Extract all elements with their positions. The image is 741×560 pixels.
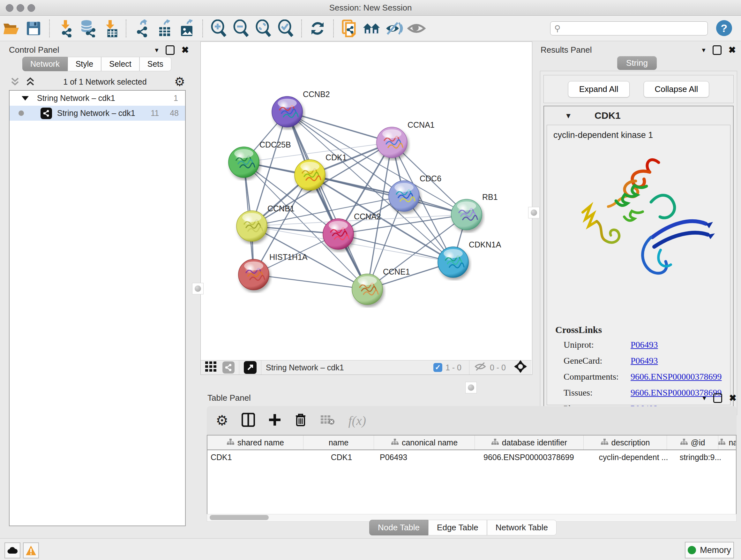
table-cell[interactable]: cyclin-dependent ... <box>592 450 675 464</box>
crosslink-link[interactable]: P06493 <box>630 340 658 350</box>
tab-network[interactable]: Network <box>22 57 68 71</box>
close-panel-icon[interactable]: ✖ <box>729 393 737 403</box>
bottom-splitter-handle[interactable] <box>465 382 477 393</box>
cloud-status-button[interactable] <box>4 543 20 558</box>
export-table-icon[interactable] <box>155 19 174 38</box>
network-node-ccna1[interactable]: CCNA1 <box>377 120 434 158</box>
options-gear-icon[interactable]: ⚙ <box>174 76 185 88</box>
float-panel-icon[interactable] <box>713 45 722 55</box>
panel-menu-icon[interactable]: ▾ <box>155 46 158 54</box>
show-columns-icon[interactable] <box>242 413 255 428</box>
import-network-from-database-icon[interactable] <box>78 19 97 38</box>
network-node-cdc25b[interactable]: CDC25B <box>228 140 291 178</box>
network-edge[interactable] <box>287 112 367 289</box>
table-cell[interactable]: 9606.ENSP00000378699 <box>480 450 592 464</box>
tab-edge-table[interactable]: Edge Table <box>428 520 487 536</box>
string-import-icon[interactable] <box>340 19 359 38</box>
refresh-layout-icon[interactable] <box>308 19 327 38</box>
column-header-name[interactable]: name <box>304 435 374 449</box>
export-network-icon[interactable] <box>133 19 151 38</box>
float-panel-icon[interactable] <box>165 45 175 55</box>
memory-button[interactable]: Memory <box>685 542 734 558</box>
collapse-all-icon[interactable] <box>10 77 20 86</box>
column-header-description[interactable]: description <box>584 435 667 449</box>
column-header-namespace[interactable]: namespace <box>718 435 737 449</box>
close-panel-icon[interactable]: ✖ <box>729 45 736 55</box>
search-input[interactable]: ⚲ <box>550 21 708 36</box>
network-node-cdkn1a[interactable]: CDKN1A <box>438 240 501 277</box>
network-edge[interactable] <box>310 175 467 214</box>
table-cell[interactable]: P06493 <box>377 450 480 464</box>
table-cell[interactable]: CDK1 <box>207 450 307 464</box>
column-header-shared-name[interactable]: shared name <box>207 435 304 449</box>
zoom-selected-icon[interactable] <box>276 19 295 38</box>
network-row[interactable]: String Network – cdk1 11 48 <box>10 106 185 121</box>
network-node-ccne1[interactable]: CCNE1 <box>352 267 410 305</box>
crosslink-row: GeneCard:P06493 <box>555 356 722 366</box>
network-edge[interactable] <box>287 112 392 142</box>
hide-selected-icon[interactable] <box>385 19 403 38</box>
tab-sets[interactable]: Sets <box>139 57 172 71</box>
birdseye-icon[interactable] <box>514 360 527 375</box>
help-button[interactable]: ? <box>716 20 732 36</box>
collection-expand-icon[interactable] <box>22 96 29 101</box>
column-tree-icon <box>391 438 399 447</box>
column-label: canonical name <box>402 438 458 447</box>
network-node-rb1[interactable]: RB1 <box>451 192 498 230</box>
node-label: CCNA2 <box>354 212 381 221</box>
save-session-icon[interactable] <box>24 19 43 38</box>
network-node-ccnb1[interactable]: CCNB1 <box>237 204 294 241</box>
tab-node-table[interactable]: Node Table <box>369 520 428 536</box>
crosslink-link[interactable]: P06493 <box>630 356 658 366</box>
float-panel-icon[interactable] <box>713 393 722 403</box>
home-pages-icon[interactable] <box>362 19 381 38</box>
grid-view-icon[interactable] <box>205 361 217 374</box>
add-column-icon[interactable] <box>268 414 281 428</box>
network-edge[interactable] <box>254 274 367 289</box>
network-collection-row[interactable]: String Network – cdk1 1 <box>10 91 185 106</box>
show-all-icon[interactable] <box>407 19 426 38</box>
collapse-all-button[interactable]: Collapse All <box>644 81 710 98</box>
panel-menu-icon[interactable]: ▾ <box>702 394 706 402</box>
import-network-icon[interactable] <box>56 19 75 38</box>
node-table[interactable]: shared namenamecanonical namedatabase id… <box>207 435 737 515</box>
table-cell[interactable]: CDK1 <box>307 450 377 464</box>
column-header-canonical-name[interactable]: canonical name <box>374 435 475 449</box>
column-header--id[interactable]: @id <box>667 435 718 449</box>
warnings-button[interactable] <box>23 543 39 558</box>
expand-all-button[interactable]: Expand All <box>568 81 630 98</box>
panel-menu-icon[interactable]: ▾ <box>702 46 705 54</box>
tab-select[interactable]: Select <box>101 57 139 71</box>
expand-all-icon[interactable] <box>25 77 36 86</box>
zoom-out-icon[interactable] <box>232 19 250 38</box>
left-splitter-handle[interactable] <box>192 283 204 294</box>
hidden-eye-icon[interactable] <box>474 361 487 374</box>
network-canvas[interactable]: CCNB2CCNA1CDC25BCDK1CDC6RB1CCNB1CCNA2CDK… <box>201 42 531 360</box>
tab-string[interactable]: String <box>617 56 657 70</box>
zoom-in-icon[interactable] <box>209 19 228 38</box>
selected-checkbox-icon[interactable]: ✓ <box>433 363 442 372</box>
zoom-fit-icon[interactable] <box>254 19 273 38</box>
crosslink-link[interactable]: 9606.ENSP00000378699 <box>630 372 722 382</box>
column-label: namespace <box>729 438 737 447</box>
detach-view-icon[interactable] <box>244 361 257 374</box>
node-label: CDC25B <box>259 140 291 149</box>
table-cell[interactable]: stringdb:9... <box>675 450 726 464</box>
table-cell[interactable]: stringdb <box>726 450 737 464</box>
collapse-protein-icon[interactable]: ▾ <box>566 111 570 120</box>
network-node-hist1h1a[interactable]: HIST1H1A <box>239 253 308 290</box>
table-row[interactable]: CDK1CDK1P064939606.ENSP00000378699cyclin… <box>207 450 736 464</box>
import-table-icon[interactable] <box>101 19 119 38</box>
right-splitter-handle[interactable] <box>528 207 540 219</box>
scrollbar-thumb[interactable] <box>210 515 269 520</box>
column-header-database-identifier[interactable]: database identifier <box>475 435 584 449</box>
table-options-gear-icon[interactable]: ⚙ <box>216 414 228 428</box>
network-node-cdk1[interactable]: CDK1 <box>294 153 347 190</box>
close-panel-icon[interactable]: ✖ <box>182 45 189 55</box>
open-session-icon[interactable] <box>2 19 20 38</box>
tab-style[interactable]: Style <box>68 57 102 71</box>
tab-network-table[interactable]: Network Table <box>487 520 556 536</box>
export-image-icon[interactable] <box>178 19 196 38</box>
network-share-icon[interactable] <box>222 361 234 374</box>
delete-column-icon[interactable] <box>294 413 307 428</box>
